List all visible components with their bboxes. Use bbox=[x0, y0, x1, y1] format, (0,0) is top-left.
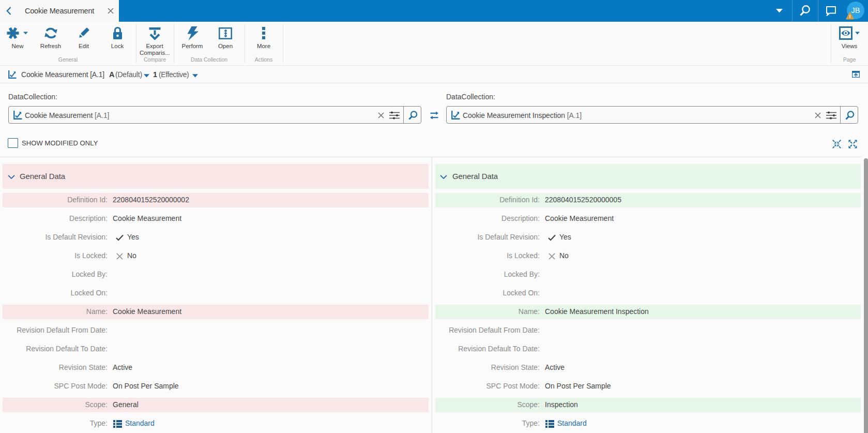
svg-text:!: ! bbox=[849, 14, 851, 19]
